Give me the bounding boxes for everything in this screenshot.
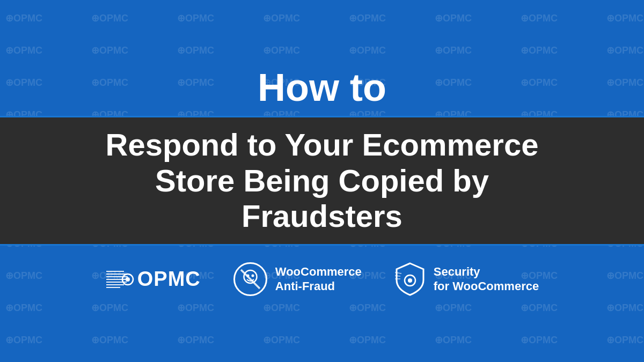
security-label-line2: for WooCommerce [434,279,539,293]
title-line3: Fraudsters [241,198,402,233]
opmc-logo: OPMC [105,266,201,293]
security-label-line1: Security [434,265,539,279]
woocommerce-label-line2: Anti-Fraud [275,279,362,293]
logos-bar: OPMC WooCommerce An [105,262,539,297]
svg-point-17 [408,278,412,283]
svg-line-19 [395,276,400,276]
title-line1: Respond to Your Ecommerce [106,127,539,162]
svg-point-10 [126,277,130,282]
security-icon [394,262,426,297]
how-to-heading: How to [258,65,386,109]
main-container: ⊕OPMC How to Respond to Your Ecommerce S… [0,0,644,362]
security-text: Security for WooCommerce [434,265,539,293]
main-title: Respond to Your Ecommerce Store Being Co… [21,127,623,234]
svg-point-14 [251,275,254,277]
woocommerce-icon [233,262,268,297]
woocommerce-text: WooCommerce Anti-Fraud [275,265,362,293]
woocommerce-label-line1: WooCommerce [275,265,362,279]
title-line2: Store Being Copied by [155,163,489,198]
security-logo: Security for WooCommerce [394,262,539,297]
opmc-icon [105,266,137,293]
woocommerce-logo: WooCommerce Anti-Fraud [233,262,362,297]
main-title-banner: Respond to Your Ecommerce Store Being Co… [0,116,644,246]
opmc-text: OPMC [137,268,201,291]
